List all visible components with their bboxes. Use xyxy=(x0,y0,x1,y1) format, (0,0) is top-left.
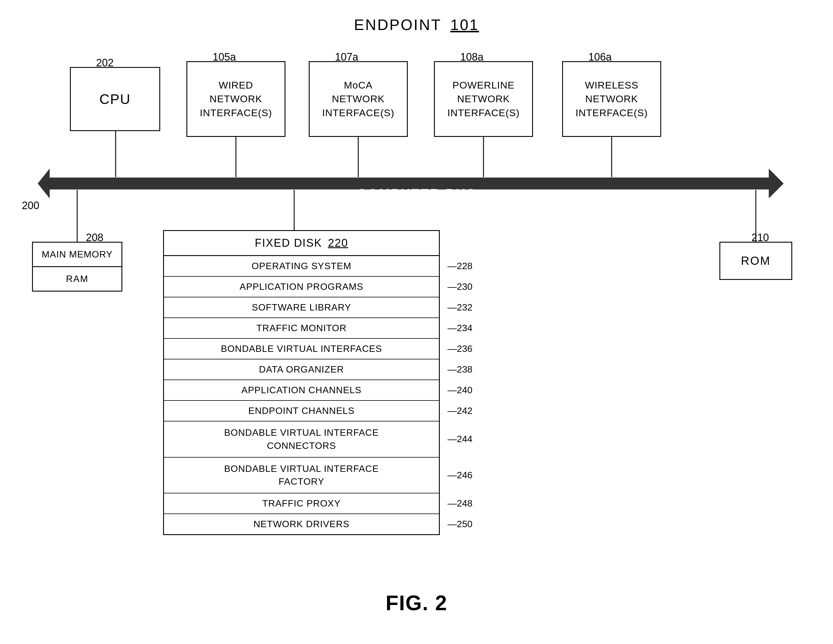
disk-row-6-label: DATA ORGANIZER xyxy=(168,364,434,375)
disk-row-2: APPLICATION PROGRAMS —230 xyxy=(164,277,439,297)
disk-row-1: OPERATING SYSTEM —228 xyxy=(164,256,439,277)
disk-row-8: ENDPOINT CHANNELS —242 xyxy=(164,401,439,422)
disk-row-11-label: TRAFFIC PROXY xyxy=(168,498,434,509)
disk-row-8-label: ENDPOINT CHANNELS xyxy=(168,406,434,416)
bus-label: COMPUTER BUS xyxy=(357,186,476,201)
disk-row-4-num: —234 xyxy=(448,323,473,333)
moca-box: MoCANETWORKINTERFACE(S) xyxy=(309,61,408,137)
disk-row-11: TRAFFIC PROXY —248 xyxy=(164,493,439,514)
cpu-label: CPU xyxy=(99,91,130,107)
disk-row-10-label: BONDABLE VIRTUAL INTERFACEFACTORY xyxy=(168,462,434,488)
disk-row-5-label: BONDABLE VIRTUAL INTERFACES xyxy=(168,343,434,354)
diagram: ENDPOINT 101 COMPUTER BUS 200 202 CPU xyxy=(0,0,833,644)
disk-row-4: TRAFFIC MONITOR —234 xyxy=(164,318,439,339)
fixed-disk-ref: 220 xyxy=(328,237,348,250)
disk-row-7: APPLICATION CHANNELS —240 xyxy=(164,380,439,401)
disk-row-9: BONDABLE VIRTUAL INTERFACECONNECTORS —24… xyxy=(164,422,439,457)
powerline-box: POWERLINENETWORKINTERFACE(S) xyxy=(434,61,533,137)
fixed-disk-title-row: FIXED DISK 220 xyxy=(164,231,439,256)
disk-row-5-num: —236 xyxy=(448,343,473,354)
disk-row-12-num: —250 xyxy=(448,519,473,530)
disk-row-3: SOFTWARE LIBRARY —232 xyxy=(164,297,439,318)
disk-row-3-label: SOFTWARE LIBRARY xyxy=(168,302,434,313)
cpu-box: CPU xyxy=(70,67,160,131)
powerline-label: POWERLINENETWORKINTERFACE(S) xyxy=(447,78,519,120)
rom-box: ROM xyxy=(719,242,792,280)
disk-row-12: NETWORK DRIVERS —250 xyxy=(164,514,439,534)
disk-row-7-label: APPLICATION CHANNELS xyxy=(168,385,434,396)
disk-row-1-num: —228 xyxy=(448,261,473,272)
fixed-disk-title-text: FIXED DISK xyxy=(255,237,322,250)
disk-row-11-num: —248 xyxy=(448,498,473,509)
disk-row-9-label: BONDABLE VIRTUAL INTERFACECONNECTORS xyxy=(168,426,434,452)
disk-row-6: DATA ORGANIZER —238 xyxy=(164,359,439,380)
wired-box: WIREDNETWORKINTERFACE(S) xyxy=(187,61,285,137)
disk-row-1-label: OPERATING SYSTEM xyxy=(168,261,434,272)
wired-label: WIREDNETWORKINTERFACE(S) xyxy=(200,78,272,120)
disk-row-5: BONDABLE VIRTUAL INTERFACES —236 xyxy=(164,339,439,359)
disk-row-8-num: —242 xyxy=(448,406,473,416)
disk-row-10: BONDABLE VIRTUAL INTERFACEFACTORY —246 xyxy=(164,457,439,494)
disk-row-9-num: —244 xyxy=(448,434,473,444)
disk-row-10-num: —246 xyxy=(448,470,473,481)
fig-label: FIG. 2 xyxy=(386,591,447,615)
disk-row-7-num: —240 xyxy=(448,385,473,396)
moca-label: MoCANETWORKINTERFACE(S) xyxy=(322,78,394,120)
main-memory-box: MAIN MEMORY RAM xyxy=(32,242,122,291)
wireless-box: WIRELESSNETWORKINTERFACE(S) xyxy=(562,61,661,137)
fixed-disk-container: FIXED DISK 220 OPERATING SYSTEM —228 APP… xyxy=(163,230,440,535)
disk-row-12-label: NETWORK DRIVERS xyxy=(168,519,434,530)
disk-row-4-label: TRAFFIC MONITOR xyxy=(168,323,434,333)
disk-row-2-num: —230 xyxy=(448,281,473,292)
main-memory-title: MAIN MEMORY xyxy=(33,243,121,267)
disk-row-6-num: —238 xyxy=(448,364,473,375)
disk-row-2-label: APPLICATION PROGRAMS xyxy=(168,281,434,292)
bus-ref: 200 xyxy=(22,200,39,212)
wireless-label: WIRELESSNETWORKINTERFACE(S) xyxy=(576,78,648,120)
main-memory-ram: RAM xyxy=(33,267,121,291)
disk-row-3-num: —232 xyxy=(448,302,473,313)
